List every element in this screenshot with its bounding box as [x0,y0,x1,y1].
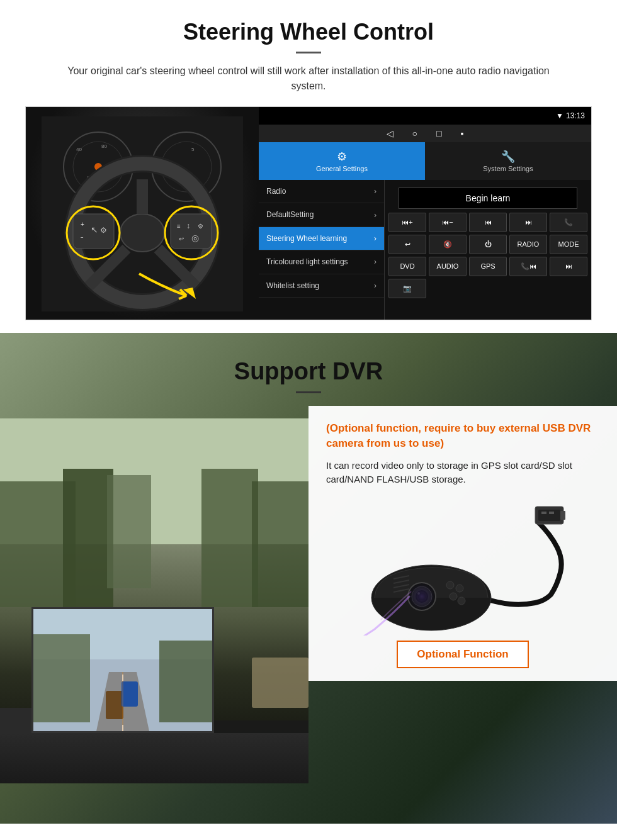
svg-rect-35 [201,469,258,607]
svg-point-64 [456,585,463,592]
optional-function-button[interactable]: Optional Function [397,641,528,668]
svg-rect-54 [560,511,565,520]
menu-item-steering-label: Steering Wheel learning [266,234,347,243]
svg-rect-22 [171,214,212,249]
title-divider [296,52,321,53]
chevron-right-icon: › [374,187,376,196]
status-icons: ▼ 13:13 [556,111,585,120]
tab-general-label: General Settings [316,165,368,172]
dvr-optional-text: (Optional function, require to buy exter… [326,421,599,451]
steering-title: Steering Wheel Control [25,19,592,45]
menu-list: Radio › DefaultSetting › Steering Wheel … [259,180,385,320]
back-nav-icon[interactable]: ◁ [387,128,393,138]
svg-text:⚙: ⚙ [198,223,203,230]
svg-rect-34 [107,475,151,588]
svg-rect-43 [252,658,308,708]
control-grid: ⏮+ ⏮− ⏮ ⏭ 📞 ↩ 🔇 ⏻ RADIO MODE DVD AUDIO G… [388,213,587,298]
svg-rect-47 [106,691,123,719]
svg-rect-48 [122,681,138,707]
svg-text:↕: ↕ [186,221,190,230]
system-settings-icon: 🔧 [501,150,515,164]
chevron-right-icon-2: › [374,211,376,220]
recent-nav-icon[interactable]: □ [436,128,441,138]
content-panel: Begin learn ⏮+ ⏮− ⏮ ⏭ 📞 ↩ 🔇 ⏻ RADIO MODE… [385,180,591,320]
menu-item-tricoloured-label: Tricoloured light settings [266,257,348,266]
dvr-lower: (Optional function, require to buy exter… [0,406,617,783]
menu-nav-icon[interactable]: ▪ [460,128,463,138]
svg-text:+: + [81,221,84,228]
ctrl-call-next[interactable]: ⏭ [550,257,587,276]
dvr-section: Support DVR [0,333,617,824]
settings-body: Radio › DefaultSetting › Steering Wheel … [259,180,591,320]
steering-section: Steering Wheel Control Your original car… [0,0,617,333]
dvr-thumbnail [31,607,214,733]
dvr-thumbnail-inner [33,609,212,731]
steering-ui-container: 60 80 40 3 5 [25,106,592,320]
ctrl-mute[interactable]: 🔇 [429,235,467,254]
menu-item-radio-label: Radio [266,187,286,196]
menu-item-whitelist[interactable]: Whitelist setting › [259,274,384,298]
menu-item-radio[interactable]: Radio › [259,180,384,203]
ctrl-vol-up[interactable]: ⏮+ [388,213,426,232]
dvr-divider [296,391,321,393]
home-nav-icon[interactable]: ○ [412,128,417,138]
svg-rect-53 [538,510,560,521]
svg-rect-56 [549,512,554,514]
ctrl-mode[interactable]: MODE [550,235,587,254]
ctrl-audio[interactable]: AUDIO [429,257,467,276]
dvr-content: Support DVR [0,333,617,393]
menu-item-default-label: DefaultSetting [266,210,314,219]
dvr-title: Support DVR [0,358,617,385]
ctrl-power[interactable]: ⏻ [469,235,507,254]
svg-rect-36 [252,481,308,607]
svg-text:−: − [81,235,84,240]
tab-general[interactable]: ⚙ General Settings [259,142,425,180]
ctrl-next[interactable]: ⏭ [509,213,547,232]
tab-system[interactable]: 🔧 System Settings [425,142,591,180]
time-display: 13:13 [566,111,585,120]
menu-item-steering[interactable]: Steering Wheel learning › [259,227,384,250]
dvr-camera-area [326,497,599,636]
svg-point-66 [458,597,465,605]
svg-rect-33 [63,469,113,607]
steering-description: Your original car's steering wheel contr… [50,64,567,94]
chevron-right-icon-3: › [374,234,376,243]
svg-point-65 [450,593,457,600]
begin-learn-button[interactable]: Begin learn [399,188,577,209]
dvr-description: It can record video only to storage in G… [326,459,599,487]
chevron-right-icon-4: › [374,257,376,266]
menu-item-whitelist-label: Whitelist setting [266,281,319,290]
svg-text:≡: ≡ [177,223,181,230]
menu-item-tricoloured[interactable]: Tricoloured light settings › [259,250,384,274]
signal-icon: ▼ [556,111,563,120]
dvr-camera-svg [356,497,570,636]
ctrl-call[interactable]: 📞 [550,213,587,232]
svg-rect-55 [541,512,546,514]
general-settings-icon: ⚙ [337,150,347,164]
tab-system-label: System Settings [483,165,533,172]
svg-text:5: 5 [191,147,195,152]
dvr-info-card: (Optional function, require to buy exter… [308,406,617,681]
dvr-road-bg [0,418,308,783]
svg-point-13 [120,214,164,252]
svg-text:↩: ↩ [179,235,184,242]
dvr-road-view [0,418,308,783]
ctrl-vol-down[interactable]: ⏮− [429,213,467,232]
ctrl-camera[interactable]: 📷 [388,279,426,298]
ctrl-gps[interactable]: GPS [469,257,507,276]
svg-rect-50 [159,641,212,722]
svg-text:⚙: ⚙ [100,226,107,235]
svg-text:↖: ↖ [91,225,98,235]
ctrl-call-prev[interactable]: 📞⏮ [509,257,547,276]
ctrl-radio[interactable]: RADIO [509,235,547,254]
android-panel: ▼ 13:13 ◁ ○ □ ▪ ⚙ General Settings 🔧 Sy [259,107,591,320]
menu-item-default[interactable]: DefaultSetting › [259,203,384,227]
ctrl-dvd[interactable]: DVD [388,257,426,276]
ctrl-back[interactable]: ↩ [388,235,426,254]
settings-tabs: ⚙ General Settings 🔧 System Settings [259,142,591,180]
svg-rect-49 [33,634,90,722]
svg-point-63 [446,581,454,589]
svg-point-71 [408,583,436,610]
ctrl-prev[interactable]: ⏮ [469,213,507,232]
steering-photo: 60 80 40 3 5 [26,107,259,320]
